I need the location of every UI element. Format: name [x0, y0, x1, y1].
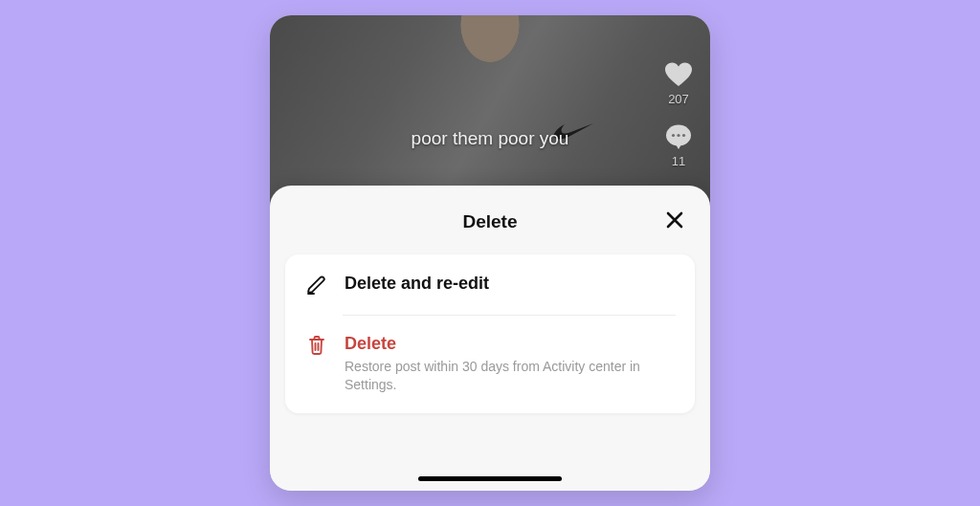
video-background[interactable]: poor them poor you 207 11	[270, 15, 710, 207]
home-indicator[interactable]	[418, 476, 562, 481]
delete-reedit-label: Delete and re-edit	[345, 274, 674, 294]
edit-icon	[306, 274, 327, 296]
like-count: 207	[668, 92, 689, 106]
like-button[interactable]	[664, 61, 693, 88]
sheet-header: Delete	[278, 203, 702, 241]
svg-point-3	[682, 134, 685, 137]
delete-sublabel: Restore post within 30 days from Activit…	[345, 358, 670, 394]
close-icon	[664, 209, 685, 231]
sheet-title: Delete	[462, 211, 517, 232]
comment-count: 11	[672, 154, 685, 168]
video-actions-rail: 207 11	[664, 61, 693, 168]
svg-point-2	[677, 134, 679, 137]
close-button[interactable]	[664, 209, 685, 234]
options-card: Delete and re-edit Delete Restore post w…	[285, 254, 695, 413]
delete-sheet: Delete Delete and re-edit Delete	[270, 186, 710, 491]
delete-row[interactable]: Delete Restore post within 30 days from …	[285, 315, 695, 413]
svg-point-1	[672, 134, 675, 137]
delete-reedit-row[interactable]: Delete and re-edit	[285, 254, 695, 315]
comment-button[interactable]	[664, 123, 693, 150]
delete-label: Delete	[345, 334, 674, 354]
trash-icon	[306, 334, 327, 356]
phone-frame: poor them poor you 207 11 Delete	[270, 15, 710, 491]
video-caption: poor them poor you	[270, 128, 710, 149]
